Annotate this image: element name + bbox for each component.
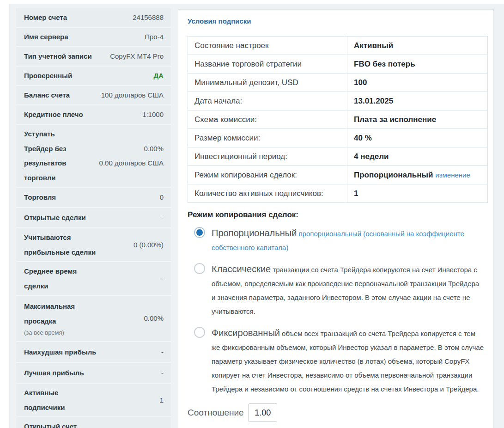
change-mode-link[interactable]: изменение	[435, 171, 470, 179]
account-stats-sidebar: Номер счета 24156888 Имя сервера Про-4 Т…	[16, 8, 171, 428]
panel-heading: Условия подписки	[188, 17, 484, 25]
row-label: Лучшая прибыль	[24, 366, 84, 380]
cell-label: Название торговой стратегии	[188, 55, 347, 73]
sidebar-row-server-name: Имя сервера Про-4	[16, 28, 171, 47]
option-name: Классические	[212, 264, 271, 274]
option-classic: Классические транзакции со счета Трейдер…	[194, 262, 484, 318]
cell-value: Пропорциональный изменение	[347, 166, 488, 184]
sidebar-row-active-subscribers: Активные подписчики 1	[16, 384, 171, 417]
cell-value: 4 недели	[347, 147, 488, 166]
row-value: CopyFX MT4 Pro	[110, 49, 164, 64]
sidebar-row-leverage: Кредитное плечо 1:1000	[16, 105, 171, 125]
row-label: Активные подписчики	[24, 385, 79, 415]
row-label: Открытые сделки	[24, 210, 86, 225]
option-description: объем всех транзакций со счета Трейдера …	[212, 330, 484, 393]
table-row-active-subscribers-count: Количество активных подписчиков: 1	[188, 184, 488, 203]
row-label: Тип учетной записи	[24, 49, 92, 64]
sidebar-row-profitable-trades: Учитываются прибыльные сделки 0 (0.00%)	[16, 228, 171, 262]
row-value: -	[161, 210, 164, 225]
row-value-verified: ДА	[153, 68, 164, 83]
cell-value: 100	[347, 73, 488, 92]
option-name: Пропорциональный	[212, 228, 297, 238]
cell-label: Дата начала:	[188, 92, 347, 110]
row-value-amount: 0.00 долларов США	[99, 159, 164, 167]
row-value: -	[161, 271, 164, 286]
row-label: Торговля	[24, 190, 56, 205]
row-value: 0.00%	[144, 311, 164, 326]
sidebar-row-trading: Торговля 0	[16, 188, 171, 208]
sidebar-row-balance: Баланс счета 100 долларов США	[16, 86, 171, 105]
row-value: 0.00% 0.00 долларов США	[99, 141, 164, 171]
row-value: Про-4	[145, 30, 164, 44]
sidebar-row-average-trade-time: Среднее время сделки -	[16, 262, 171, 296]
cell-label: Инвестиционный период:	[188, 147, 347, 166]
option-text: Пропорциональный пропорциональный (основ…	[212, 226, 484, 255]
cell-label: Режим копирования сделок:	[188, 166, 347, 184]
row-label: Учитываются прибыльные сделки	[24, 230, 98, 259]
row-label: Уступать Трейдер без результатов торговл…	[24, 127, 79, 185]
cell-label: Размер комиссии:	[188, 129, 347, 147]
sidebar-row-account-type: Тип учетной записи CopyFX MT4 Pro	[16, 47, 171, 67]
ratio-input[interactable]	[249, 404, 277, 422]
row-value: 0 (0.00%)	[134, 238, 164, 252]
ratio-label: Соотношение	[188, 408, 244, 418]
cell-value: FBO без потерь	[347, 55, 488, 73]
row-value: 1:1000	[142, 107, 164, 122]
sidebar-row-account-number: Номер счета 24156888	[16, 8, 171, 28]
row-value: 24156888	[133, 10, 164, 25]
sidebar-row-max-drawdown: Максимальная просадка (за все время) 0.0…	[16, 296, 171, 342]
radio-fixed[interactable]	[194, 327, 205, 338]
row-value: -	[161, 345, 164, 360]
table-row-min-deposit: Минимальный депозит, USD 100	[188, 73, 488, 92]
row-value: -	[161, 366, 164, 380]
cell-value: 13.01.2025	[347, 92, 488, 110]
row-label: Имя сервера	[24, 30, 68, 44]
cell-label: Состояние настроек	[188, 37, 347, 55]
option-text: Фиксированный объем всех транзакций со с…	[212, 326, 484, 396]
copy-mode-heading: Режим копирования сделок:	[188, 210, 484, 220]
radio-proportional[interactable]	[194, 227, 205, 238]
cell-value: 40 %	[347, 129, 488, 147]
sidebar-row-yield-no-results: Уступать Трейдер без результатов торговл…	[16, 125, 171, 188]
table-row-investment-period: Инвестиционный период: 4 недели	[188, 147, 488, 166]
subscription-conditions-panel: Условия подписки Состояние настроек Акти…	[178, 9, 494, 428]
cell-label: Количество активных подписчиков:	[188, 184, 347, 203]
row-label-note: (за все время)	[24, 328, 89, 338]
option-text: Классические транзакции со счета Трейдер…	[212, 262, 484, 318]
copy-mode-value: Пропорциональный	[354, 171, 433, 179]
row-label: Баланс счета	[24, 88, 70, 103]
table-row-settings-state: Состояние настроек Активный	[188, 37, 488, 55]
row-value: 0	[160, 190, 164, 205]
table-row-start-date: Дата начала: 13.01.2025	[188, 92, 488, 110]
row-label: Среднее время сделки	[24, 264, 89, 293]
sidebar-row-best-profit: Лучшая прибыль -	[16, 363, 171, 384]
conditions-table: Состояние настроек Активный Название тор…	[188, 36, 488, 203]
sidebar-row-worst-profit: Наихудшая прибыль -	[16, 342, 171, 363]
option-name: Фиксированный	[212, 328, 280, 338]
row-label: Максимальная просадка (за все время)	[24, 299, 89, 338]
row-label: Наихудшая прибыль	[24, 345, 96, 360]
table-row-commission-scheme: Схема комиссии: Плата за исполнение	[188, 110, 488, 129]
row-label-text: Максимальная просадка	[24, 302, 75, 325]
cell-value-status: Активный	[347, 37, 488, 55]
option-fixed: Фиксированный объем всех транзакций со с…	[194, 326, 484, 396]
cell-label: Минимальный депозит, USD	[188, 73, 347, 92]
row-value: 100 долларов США	[101, 88, 164, 103]
radio-classic[interactable]	[194, 263, 205, 274]
ratio-row: Соотношение	[188, 404, 484, 422]
sidebar-row-open-trades: Открытые сделки -	[16, 208, 171, 228]
table-row-copy-mode: Режим копирования сделок: Пропорциональн…	[188, 166, 488, 184]
table-row-strategy-name: Название торговой стратегии FBO без поте…	[188, 55, 488, 73]
option-proportional: Пропорциональный пропорциональный (основ…	[194, 226, 484, 255]
cell-label: Схема комиссии:	[188, 110, 347, 129]
sidebar-row-account-open-days: Открытый счет, дней 1	[16, 417, 171, 428]
row-value: 1	[160, 393, 164, 408]
table-row-commission-size: Размер комиссии: 40 %	[188, 129, 488, 147]
sidebar-row-verified: Проверенный ДА	[16, 67, 171, 86]
row-label: Открытый счет, дней	[24, 419, 89, 428]
cell-value: 1	[347, 184, 488, 203]
row-value-percent: 0.00%	[144, 145, 164, 153]
row-label: Проверенный	[24, 68, 72, 83]
row-label: Номер счета	[24, 10, 67, 25]
row-label: Кредитное плечо	[24, 107, 83, 122]
